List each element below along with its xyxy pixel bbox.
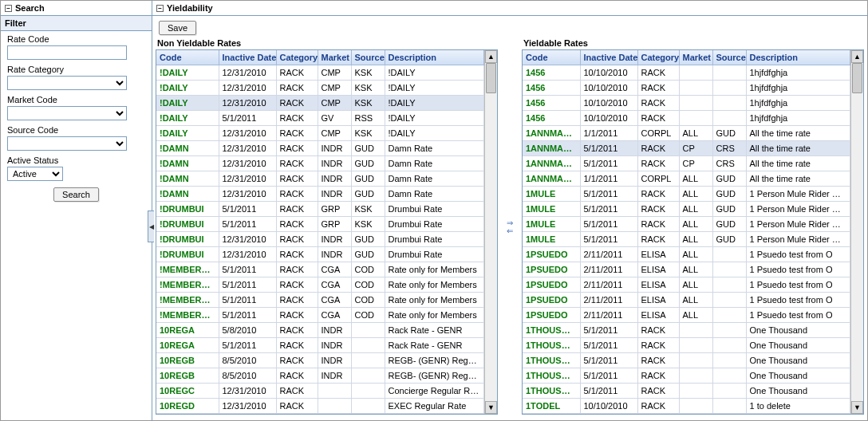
cell-code: !MEMBER_RA... <box>156 308 219 323</box>
table-row[interactable]: !MEMBER_RA...5/1/2011RACKCGACODRate only… <box>156 262 484 277</box>
table-row[interactable]: !DAMN12/31/2010RACKINDRGUDDamn Rate <box>156 187 484 202</box>
table-row[interactable]: 10REGB8/5/2010RACKINDRREGB- (GENR) Regul… <box>156 368 484 384</box>
table-row[interactable]: !DRUMBUI12/31/2010RACKINDRGUDDrumbui Rat… <box>156 232 484 247</box>
table-row[interactable]: 1THOUSAND5/1/2011RACKOne Thousand <box>523 338 850 353</box>
col-description[interactable]: Description <box>746 50 850 65</box>
save-button[interactable]: Save <box>159 21 196 35</box>
table-row[interactable]: 1TODEL10/10/2010RACK1 to delete <box>523 399 850 414</box>
table-row[interactable]: !DAILY12/31/2010RACKCMPKSK!DAILY <box>156 96 484 111</box>
cell-code: !DAMN <box>156 141 219 156</box>
col-market[interactable]: Market <box>679 50 712 65</box>
table-row[interactable]: !MEMBER_RA...5/1/2011RACKCGACODRate only… <box>156 308 484 323</box>
table-row[interactable]: 1ANNMARIE5/1/2011RACKCPCRSAll the time r… <box>523 141 850 156</box>
table-row[interactable]: 1PSUEDO2/11/2011ELISAALL1 Psuedo test fr… <box>523 247 850 262</box>
table-row[interactable]: 10REGC12/31/2010RACKConcierge Regular Ra… <box>156 384 484 399</box>
table-row[interactable]: 1MULE5/1/2011RACKALLGUD1 Person Mule Rid… <box>523 187 850 202</box>
yieldable-scrollbar[interactable]: ▲ ▼ <box>850 50 863 414</box>
col-category[interactable]: Category <box>276 50 318 65</box>
table-row[interactable]: 1PSUEDO2/11/2011ELISAALL1 Psuedo test fr… <box>523 262 850 277</box>
col-code[interactable]: Code <box>156 50 219 65</box>
table-row[interactable]: !DAILY12/31/2010RACKCMPKSK!DAILY <box>156 81 484 96</box>
scroll-up-icon[interactable]: ▲ <box>851 50 863 63</box>
table-row[interactable]: !DAMN12/31/2010RACKINDRGUDDamn Rate <box>156 171 484 187</box>
collapse-icon[interactable]: − <box>5 5 12 12</box>
table-row[interactable]: !DRUMBUI5/1/2011RACKGRPKSKDrumbui Rate <box>156 217 484 232</box>
collapse-icon[interactable]: − <box>156 5 164 12</box>
table-row[interactable]: 1PSUEDO2/11/2011ELISAALL1 Psuedo test fr… <box>523 277 850 293</box>
scroll-up-icon[interactable]: ▲ <box>485 50 497 63</box>
table-row[interactable]: 1MULE5/1/2011RACKALLGUD1 Person Mule Rid… <box>523 217 850 232</box>
cell-inactive: 2/11/2011 <box>580 262 637 277</box>
cell-inactive: 12/31/2010 <box>219 81 276 96</box>
scroll-down-icon[interactable]: ▼ <box>851 401 863 414</box>
table-row[interactable]: 1ANNMARIE5/1/2011RACKCPCRSAll the time r… <box>523 156 850 171</box>
table-row[interactable]: 1MULE5/1/2011RACKALLGUD1 Person Mule Rid… <box>523 202 850 217</box>
cell-category: RACK <box>276 308 318 323</box>
table-row[interactable]: 1MULE5/1/2011RACKALLGUD1 Person Mule Rid… <box>523 232 850 247</box>
move-left-icon[interactable]: ⇐ <box>504 227 515 235</box>
cell-source: GUD <box>712 217 746 232</box>
search-button[interactable]: Search <box>53 187 99 202</box>
table-row[interactable]: 1THOUSAND5/1/2011RACKOne Thousand <box>523 323 850 338</box>
transfer-arrows: ⇒ ⇐ <box>504 219 515 235</box>
col-source[interactable]: Source <box>712 50 746 65</box>
table-row[interactable]: 10REGA5/1/2011RACKINDRRack Rate - GENR <box>156 338 484 353</box>
cell-market <box>679 111 712 126</box>
col-code[interactable]: Code <box>523 50 580 65</box>
cell-category: RACK <box>637 384 679 399</box>
col-category[interactable]: Category <box>637 50 679 65</box>
table-row[interactable]: 1THOUSAND5/1/2011RACKOne Thousand <box>523 384 850 399</box>
col-inactive[interactable]: Inactive Date <box>219 50 276 65</box>
table-row[interactable]: !MEMBER_RA...5/1/2011RACKCGACODRate only… <box>156 277 484 293</box>
table-row[interactable]: !DAMN12/31/2010RACKINDRGUDDamn Rate <box>156 156 484 171</box>
cell-source: COD <box>351 293 385 308</box>
col-inactive[interactable]: Inactive Date <box>580 50 637 65</box>
cell-inactive: 1/1/2011 <box>580 126 637 141</box>
table-row[interactable]: 1THOUSAND5/1/2011RACKOne Thousand <box>523 353 850 368</box>
cell-market <box>318 399 351 414</box>
source-code-select[interactable] <box>7 136 127 151</box>
cell-source: GUD <box>712 126 746 141</box>
move-right-icon[interactable]: ⇒ <box>504 219 515 227</box>
table-row[interactable]: !DAMN12/31/2010RACKINDRGUDDamn Rate <box>156 141 484 156</box>
cell-market <box>679 353 712 368</box>
scroll-down-icon[interactable]: ▼ <box>485 401 497 414</box>
panel-splitter-handle[interactable]: ◀ <box>148 210 154 242</box>
table-row[interactable]: 145610/10/2010RACK1hjfdfghja <box>523 111 850 126</box>
table-row[interactable]: 1THOUSAND5/1/2011RACKOne Thousand <box>523 368 850 384</box>
col-description[interactable]: Description <box>385 50 484 65</box>
cell-category: RACK <box>276 81 318 96</box>
col-market[interactable]: Market <box>318 50 351 65</box>
active-status-select[interactable]: Active <box>7 167 63 181</box>
scroll-thumb[interactable] <box>486 63 496 93</box>
market-code-select[interactable] <box>7 106 127 120</box>
table-row[interactable]: 1ANNMARIE1/1/2011CORPLALLGUDAll the time… <box>523 171 850 187</box>
table-row[interactable]: 10REGD12/31/2010RACKEXEC Regular Rate <box>156 399 484 414</box>
col-source[interactable]: Source <box>351 50 385 65</box>
table-row[interactable]: 145610/10/2010RACK1hjfdfghja <box>523 65 850 81</box>
cell-inactive: 10/10/2010 <box>580 111 637 126</box>
rate-code-input[interactable] <box>7 45 127 60</box>
cell-source: KSK <box>351 126 385 141</box>
cell-market: INDR <box>318 171 351 187</box>
table-row[interactable]: 145610/10/2010RACK1hjfdfghja <box>523 81 850 96</box>
table-row[interactable]: !DRUMBUI5/1/2011RACKGRPKSKDrumbui Rate <box>156 202 484 217</box>
search-panel-header: − Search <box>1 1 152 16</box>
table-row[interactable]: !DAILY12/31/2010RACKCMPKSK!DAILY <box>156 126 484 141</box>
scroll-thumb[interactable] <box>852 63 862 93</box>
table-row[interactable]: 10REGB8/5/2010RACKINDRREGB- (GENR) Regul… <box>156 353 484 368</box>
cell-description: Rack Rate - GENR <box>385 323 484 338</box>
table-row[interactable]: 10REGA5/8/2010RACKINDRRack Rate - GENR <box>156 323 484 338</box>
yieldability-header: − Yieldability <box>152 1 867 16</box>
table-row[interactable]: 1PSUEDO2/11/2011ELISAALL1 Psuedo test fr… <box>523 293 850 308</box>
yieldable-block: Yieldable Rates Code Inactive Date <box>522 37 864 415</box>
table-row[interactable]: 145610/10/2010RACK1hjfdfghja <box>523 96 850 111</box>
table-row[interactable]: 1ANNMARIE1/1/2011CORPLALLGUDAll the time… <box>523 126 850 141</box>
table-row[interactable]: !DAILY12/31/2010RACKCMPKSK!DAILY <box>156 65 484 81</box>
table-row[interactable]: !DAILY5/1/2011RACKGVRSS!DAILY <box>156 111 484 126</box>
table-row[interactable]: !MEMBER_RA...5/1/2011RACKCGACODRate only… <box>156 293 484 308</box>
rate-category-select[interactable] <box>7 76 127 90</box>
non-yieldable-scrollbar[interactable]: ▲ ▼ <box>484 50 497 414</box>
table-row[interactable]: 1PSUEDO2/11/2011ELISAALL1 Psuedo test fr… <box>523 308 850 323</box>
table-row[interactable]: !DRUMBUI12/31/2010RACKINDRGUDDrumbui Rat… <box>156 247 484 262</box>
